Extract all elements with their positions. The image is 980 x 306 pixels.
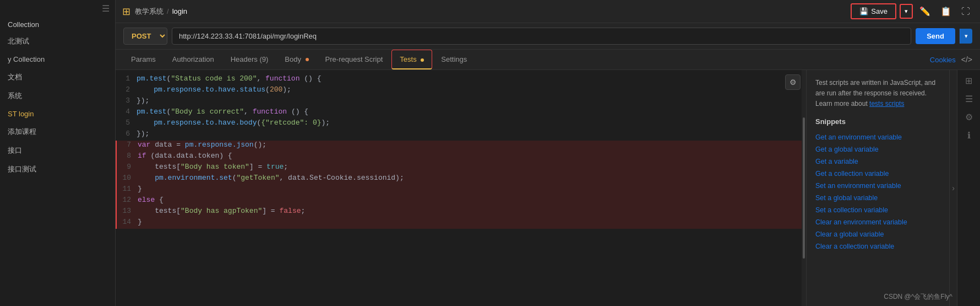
line-content-8: if (data.data.token) {	[138, 152, 806, 160]
line-number-10: 10	[117, 174, 138, 182]
line-content-4: pm.test("Body is correct", function () {	[137, 108, 806, 116]
tab-tests[interactable]: Tests	[391, 50, 432, 69]
snippet-clear-collection[interactable]: Clear a collection variable	[815, 240, 940, 253]
topbar-right: 💾 Save ▾ ✏️ 📋 ⛶	[851, 3, 973, 19]
sidebar-collection-label: Collection	[0, 17, 115, 32]
menu-icon[interactable]: ☰	[102, 3, 110, 14]
snippet-set-env[interactable]: Set an environment variable	[815, 180, 940, 192]
sidebar: ☰ Collection 北测试 y Collection 文档 系统 ST l…	[0, 0, 116, 306]
learn-link[interactable]: tests scripts	[869, 100, 904, 108]
line-number-12: 12	[117, 196, 138, 204]
line-content-14: }	[138, 218, 806, 226]
right-panel: Test scripts are written in JavaScript, …	[806, 70, 949, 306]
line-content-3: });	[137, 96, 806, 105]
code-line-4: 4 pm.test("Body is correct", function ()…	[116, 108, 806, 119]
tab-headers[interactable]: Headers (9)	[223, 50, 276, 69]
code-line-2: 2 pm.response.to.have.status(200);	[116, 85, 806, 96]
line-number-5: 5	[116, 119, 137, 127]
right-icon-4[interactable]: ℹ	[967, 130, 971, 141]
snippet-clear-global[interactable]: Clear a global variable	[815, 228, 940, 240]
editor-settings-button[interactable]: ⚙	[785, 74, 801, 90]
editor-area: ⚙ 1 pm.test("Status code is 200", functi…	[116, 70, 806, 306]
tests-dot	[421, 58, 424, 62]
scrollbar-rail[interactable]	[802, 70, 806, 306]
right-icon-2[interactable]: ☰	[965, 94, 973, 104]
line-content-7: var data = pm.response.json();	[138, 141, 806, 149]
line-number-11: 11	[117, 185, 138, 193]
line-content-1: pm.test("Status code is 200", function (…	[137, 74, 806, 83]
line-content-9: tests["Body has token"] = true;	[138, 163, 806, 171]
main-area: ⊞ 教学系统 / login 💾 Save ▾ ✏️ 📋 ⛶ POST GET …	[116, 0, 980, 306]
url-input[interactable]	[172, 28, 911, 45]
save-dropdown-button[interactable]: ▾	[900, 4, 913, 19]
tab-params[interactable]: Params	[123, 50, 164, 69]
save-button[interactable]: 💾 Save	[851, 3, 896, 19]
sidebar-item-5[interactable]: 添加课程	[0, 122, 115, 141]
breadcrumb-sep: /	[167, 7, 169, 15]
save-label: Save	[871, 7, 888, 15]
snippet-set-global[interactable]: Set a global variable	[815, 192, 940, 204]
line-number-7: 7	[117, 141, 138, 149]
app-icon: ⊞	[122, 6, 130, 18]
line-number-6: 6	[116, 130, 137, 138]
line-number-9: 9	[117, 163, 138, 171]
sidebar-item-4[interactable]: ST login	[0, 105, 115, 122]
sidebar-top-icons: ☰	[0, 0, 115, 17]
snippet-get-var[interactable]: Get a variable	[815, 155, 940, 168]
right-icon-1[interactable]: ⊞	[965, 76, 972, 86]
breadcrumb: 教学系统 / login	[135, 7, 187, 17]
code-line-5: 5 pm.response.to.have.body({"retcode": 0…	[116, 119, 806, 130]
code-line-14: 14 }	[116, 218, 806, 229]
line-number-1: 1	[116, 74, 137, 83]
code-line-1: 1 pm.test("Status code is 200", function…	[116, 74, 806, 85]
send-dropdown-button[interactable]: ▾	[960, 29, 972, 44]
snippet-get-env[interactable]: Get an environment variable	[815, 131, 940, 143]
sidebar-item-1[interactable]: y Collection	[0, 51, 115, 68]
code-line-6: 6 });	[116, 130, 806, 141]
right-icon-3[interactable]: ⚙	[965, 112, 973, 122]
code-line-8: 8 if (data.data.token) {	[116, 152, 806, 163]
tab-settings[interactable]: Settings	[433, 50, 475, 69]
snippet-get-collection[interactable]: Get a collection variable	[815, 168, 940, 180]
far-right-icons: ⊞ ☰ ⚙ ℹ	[957, 70, 980, 306]
right-panel-description: Test scripts are written in JavaScript, …	[815, 78, 940, 110]
cookies-button[interactable]: Cookies	[930, 56, 956, 64]
content-area: ⚙ 1 pm.test("Status code is 200", functi…	[116, 70, 980, 306]
urlbar: POST GET Send ▾	[116, 23, 980, 50]
code-button[interactable]: </>	[961, 55, 972, 64]
sidebar-item-3[interactable]: 系统	[0, 87, 115, 105]
scrollbar-thumb[interactable]	[803, 117, 805, 259]
panel-expand-arrow[interactable]: ›	[949, 70, 957, 306]
code-line-10: 10 pm.environment.set("getToken", data.S…	[116, 174, 806, 185]
method-select[interactable]: POST GET	[123, 28, 167, 45]
code-line-11: 11 }	[116, 185, 806, 196]
line-number-2: 2	[116, 85, 137, 94]
tabs-right: Cookies </>	[930, 55, 972, 64]
line-number-13: 13	[117, 207, 138, 215]
send-button[interactable]: Send	[916, 28, 955, 44]
sidebar-item-0[interactable]: 北测试	[0, 32, 115, 51]
line-content-10: pm.environment.set("getToken", data.Set-…	[138, 174, 806, 182]
line-number-3: 3	[116, 96, 137, 105]
tab-body[interactable]: Body	[277, 50, 316, 69]
snippet-set-collection[interactable]: Set a collection variable	[815, 204, 940, 216]
code-editor[interactable]: 1 pm.test("Status code is 200", function…	[116, 70, 806, 306]
snippet-clear-env[interactable]: Clear an environment variable	[815, 216, 940, 228]
topbar: ⊞ 教学系统 / login 💾 Save ▾ ✏️ 📋 ⛶	[116, 0, 980, 23]
tab-pre-request[interactable]: Pre-request Script	[318, 50, 391, 69]
sidebar-item-7[interactable]: 接口测试	[0, 160, 115, 179]
topbar-left: ⊞ 教学系统 / login	[122, 6, 187, 18]
tab-authorization[interactable]: Authorization	[165, 50, 222, 69]
request-tabs: Params Authorization Headers (9) Body Pr…	[116, 50, 980, 70]
copy-icon-btn[interactable]: 📋	[937, 4, 955, 19]
snippet-get-global[interactable]: Get a global variable	[815, 143, 940, 155]
expand-icon-btn[interactable]: ⛶	[958, 4, 973, 19]
sidebar-item-6[interactable]: 接口	[0, 141, 115, 160]
edit-icon-btn[interactable]: ✏️	[916, 4, 934, 19]
code-line-3: 3 });	[116, 96, 806, 108]
line-content-6: });	[137, 130, 806, 138]
body-dot	[306, 58, 309, 61]
save-icon: 💾	[859, 7, 868, 15]
sidebar-item-2[interactable]: 文档	[0, 68, 115, 87]
line-content-11: }	[138, 185, 806, 193]
